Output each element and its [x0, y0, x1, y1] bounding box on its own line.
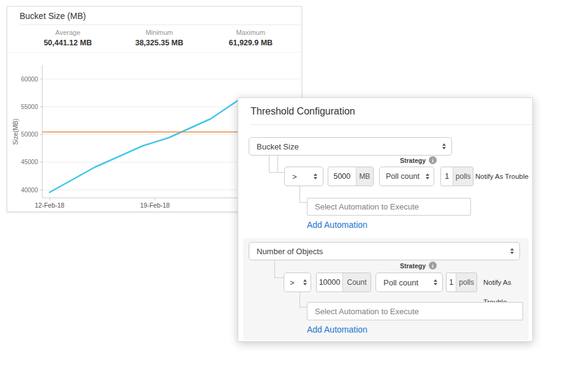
operator-select[interactable]: >: [284, 273, 311, 292]
operator-select-value: >: [284, 278, 302, 287]
svg-text:60000: 60000: [21, 76, 38, 83]
strategy-row: Strategy i: [400, 156, 437, 164]
threshold-configuration-panel: Threshold Configuration Bucket Size Stra…: [238, 97, 533, 342]
attribute-select-bucket-size[interactable]: Bucket Size: [249, 137, 452, 156]
strategy-type-select[interactable]: Poll count: [375, 273, 443, 292]
unit-addon: MB: [356, 167, 373, 186]
chevron-updown-icon: [310, 173, 323, 179]
poll-count-value: 1: [441, 172, 453, 181]
poll-count-input[interactable]: 1: [447, 273, 456, 292]
tree-connector: [269, 156, 284, 173]
strategy-type-value: Poll count: [376, 278, 432, 287]
polls-addon: polls: [456, 273, 477, 292]
select-automation-dropdown[interactable]: Select Automation to Execute: [307, 198, 471, 216]
chevron-updown-icon: [439, 143, 451, 149]
info-icon[interactable]: i: [429, 262, 437, 270]
chevron-updown-icon: [424, 173, 434, 179]
svg-text:50000: 50000: [21, 131, 38, 138]
poll-count-group: 1 polls: [446, 273, 477, 292]
unit-addon: Count: [342, 273, 371, 292]
strategy-label: Strategy: [400, 262, 426, 270]
svg-text:12-Feb-18: 12-Feb-18: [35, 202, 65, 209]
strategy-row: Strategy i: [400, 262, 437, 270]
threshold-panel-title: Threshold Configuration: [251, 98, 532, 125]
operator-select[interactable]: >: [284, 167, 323, 186]
svg-text:Size(MB): Size(MB): [12, 118, 19, 145]
chevron-updown-icon: [432, 279, 442, 285]
chevron-updown-icon: [302, 279, 311, 285]
poll-count-group: 1 polls: [440, 167, 473, 186]
svg-text:55000: 55000: [21, 104, 38, 110]
polls-addon: polls: [453, 167, 473, 186]
select-automation-dropdown[interactable]: Select Automation to Execute: [307, 302, 523, 320]
threshold-value: 10000: [317, 278, 342, 287]
threshold-value-group: 10000 Count: [316, 273, 371, 292]
svg-text:45000: 45000: [21, 159, 38, 165]
tree-connector: [300, 292, 307, 307]
operator-select-value: >: [285, 172, 310, 181]
poll-count-value: 1: [447, 278, 456, 287]
strategy-type-select[interactable]: Poll count: [379, 167, 434, 186]
strategy-type-value: Poll count: [380, 172, 424, 181]
attribute-select-value: Number of Objects: [249, 247, 507, 256]
add-automation-link[interactable]: Add Automation: [307, 325, 368, 334]
attribute-select-value: Bucket Size: [249, 142, 439, 151]
info-icon[interactable]: i: [429, 156, 437, 164]
tree-connector: [300, 186, 307, 203]
poll-count-input[interactable]: 1: [441, 167, 453, 186]
chevron-updown-icon: [507, 248, 519, 254]
threshold-value-group: 5000 MB: [328, 167, 374, 186]
add-automation-link[interactable]: Add Automation: [307, 220, 368, 230]
threshold-value-input[interactable]: 10000: [317, 273, 342, 292]
attribute-select-number-of-objects[interactable]: Number of Objects: [249, 242, 520, 260]
threshold-value-input[interactable]: 5000: [328, 167, 356, 186]
notify-as-trouble-label: Notify As Trouble: [475, 167, 529, 186]
svg-text:19-Feb-18: 19-Feb-18: [140, 202, 170, 209]
tree-connector: [277, 156, 278, 173]
threshold-value: 5000: [328, 172, 356, 181]
svg-text:40000: 40000: [21, 187, 38, 194]
tree-connector: [274, 260, 284, 278]
strategy-label: Strategy: [400, 157, 426, 164]
